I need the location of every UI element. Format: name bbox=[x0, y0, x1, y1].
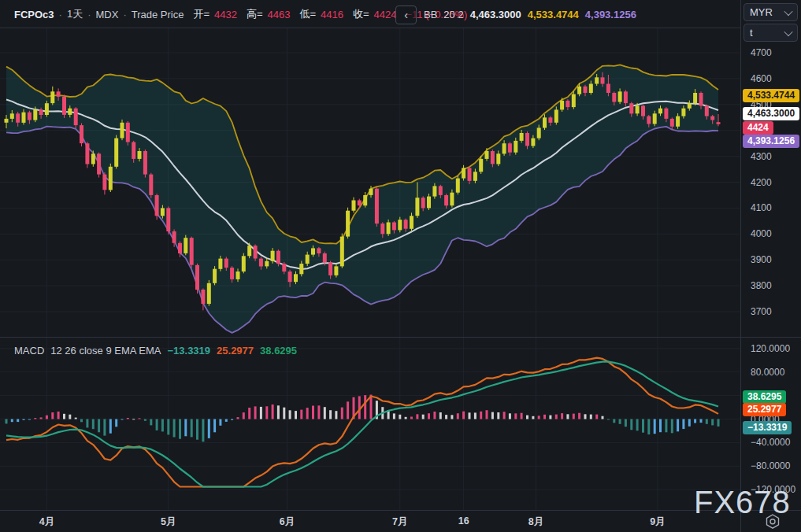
unit-select[interactable]: t bbox=[744, 24, 798, 42]
price-axis-label: 4600 bbox=[751, 72, 772, 85]
macd-axis-label: −40.0000 bbox=[751, 436, 790, 449]
macd-axis-label: −80.0000 bbox=[751, 460, 790, 472]
series-type-label: Trade Price bbox=[132, 9, 184, 20]
bb-upper-value: 4,533.4744 bbox=[528, 9, 579, 20]
chevron-down-icon bbox=[784, 6, 792, 15]
high-value: 4463 bbox=[268, 9, 291, 20]
chart-canvas[interactable] bbox=[0, 0, 801, 532]
price-axis-label: 4100 bbox=[751, 201, 772, 214]
low-label: 低= bbox=[299, 7, 316, 21]
price-axis-label: 3800 bbox=[751, 279, 772, 292]
macd-hist-value: −13.3319 bbox=[167, 345, 210, 357]
price-axis-label: 4200 bbox=[751, 176, 772, 189]
macd-signal-value: 38.6295 bbox=[260, 345, 297, 357]
price-axis-label: 4700 bbox=[751, 46, 772, 59]
last-price-badge: 4424 bbox=[743, 121, 773, 135]
open-value: 4432 bbox=[214, 9, 237, 20]
interval-label: 1天 bbox=[67, 7, 83, 21]
chevron-left-icon: ‹ bbox=[404, 9, 408, 21]
bb-basis-badge: 4,463.3000 bbox=[743, 107, 799, 120]
legend-collapse-button[interactable]: ‹ bbox=[395, 6, 417, 24]
bb-upper-badge: 4,533.4744 bbox=[743, 89, 799, 102]
low-value: 4416 bbox=[321, 9, 343, 20]
bb-params: 20 2 bbox=[443, 9, 463, 20]
separator-dot: · bbox=[87, 9, 91, 20]
price-axis-label: 3900 bbox=[751, 253, 772, 266]
trading-chart-app: FCPOc3 · 1天 · MDX · Trade Price 开=4432 高… bbox=[0, 0, 801, 532]
price-axis-label: 3700 bbox=[751, 305, 772, 318]
axis-settings-button[interactable] bbox=[759, 513, 786, 532]
separator-dot: · bbox=[59, 9, 62, 20]
unit-select-value: t bbox=[750, 27, 753, 39]
time-axis-label: 9月 bbox=[640, 515, 675, 529]
macd-indicator-legend[interactable]: MACD 12 26 close 9 EMA EMA −13.3319 25.2… bbox=[14, 343, 297, 357]
high-label: 高= bbox=[247, 7, 263, 21]
macd-params: 12 26 close 9 EMA EMA bbox=[50, 345, 161, 357]
time-axis-label: 6月 bbox=[269, 515, 304, 529]
time-axis-label: 5月 bbox=[151, 515, 186, 529]
macd-axis-label: 120.0000 bbox=[751, 342, 790, 355]
close-label: 收= bbox=[353, 7, 369, 21]
macd-signal-badge: 38.6295 bbox=[743, 390, 786, 404]
bb-title: BB bbox=[424, 9, 437, 20]
macd-hist-badge: −13.3319 bbox=[743, 421, 792, 434]
close-value: 4424 bbox=[374, 9, 397, 20]
currency-select[interactable]: MYR bbox=[744, 3, 798, 21]
time-axis-label: 16 bbox=[447, 515, 481, 526]
bb-lower-value: 4,393.1256 bbox=[585, 9, 636, 20]
settings-hexagon-icon bbox=[759, 513, 786, 530]
time-axis-label: 8月 bbox=[519, 515, 554, 529]
bb-basis-value: 4,463.3000 bbox=[470, 9, 521, 20]
bb-lower-badge: 4,393.1256 bbox=[743, 135, 799, 148]
macd-title: MACD bbox=[14, 345, 44, 357]
macd-line-badge: 25.2977 bbox=[743, 403, 786, 416]
chevron-down-icon bbox=[784, 27, 792, 35]
separator-dot: · bbox=[123, 9, 126, 20]
bb-indicator-legend[interactable]: BB 20 2 4,463.3000 4,533.4744 4,393.1256 bbox=[424, 6, 636, 22]
price-axis-label: 4300 bbox=[751, 150, 772, 163]
currency-select-value: MYR bbox=[750, 6, 773, 18]
time-axis-label: 4月 bbox=[29, 515, 64, 529]
time-axis-label: 7月 bbox=[383, 515, 417, 529]
macd-axis-label: 80.0000 bbox=[751, 366, 784, 379]
exchange-label: MDX bbox=[96, 9, 119, 20]
symbol-name: FCPOc3 bbox=[14, 9, 54, 20]
price-axis-label: 4000 bbox=[751, 227, 772, 240]
open-label: 开= bbox=[193, 7, 210, 21]
macd-line-value: 25.2977 bbox=[217, 345, 254, 357]
